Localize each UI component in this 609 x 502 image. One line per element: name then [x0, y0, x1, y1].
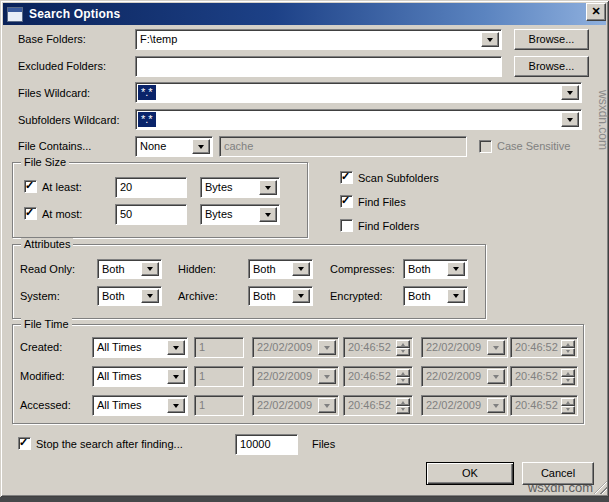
at-least-unit-combo[interactable]: Bytes	[200, 177, 280, 198]
hidden-dropdown-button[interactable]	[292, 262, 310, 276]
hidden-combo[interactable]: Both	[248, 259, 313, 279]
modified-date-to-dropdown-button	[487, 369, 505, 384]
created-time-from-spin-buttons	[396, 340, 410, 355]
modified-mode-combo[interactable]: All Times	[92, 366, 188, 387]
scan-subfolders-label: Scan Subfolders	[358, 172, 439, 184]
created-count-input: 1	[194, 337, 244, 358]
attributes-group-title: Attributes	[21, 238, 73, 250]
subfolders-wildcard-dropdown-button[interactable]	[561, 112, 579, 127]
accessed-mode-dropdown-button[interactable]	[167, 398, 185, 413]
accessed-date-to-dropdown-button	[487, 398, 505, 413]
accessed-mode-combo[interactable]: All Times	[92, 395, 188, 416]
chevron-down-icon	[298, 267, 304, 274]
watermark-text: wsxdn.com	[528, 480, 593, 495]
excluded-folders-label: Excluded Folders:	[18, 60, 106, 72]
accessed-label: Accessed:	[20, 399, 71, 411]
chevron-down-icon	[493, 346, 499, 353]
files-wildcard-value: *.*	[138, 85, 156, 100]
find-files-checkbox[interactable]	[340, 195, 353, 208]
chevron-down-icon	[265, 213, 271, 220]
at-most-unit-combo[interactable]: Bytes	[200, 204, 280, 225]
created-date-to-dropdown-button	[487, 340, 505, 355]
archive-label: Archive:	[178, 290, 218, 302]
stop-search-label: Stop the search after finding...	[36, 438, 183, 450]
archive-value: Both	[250, 288, 276, 302]
chevron-down-icon	[173, 375, 179, 382]
modified-date-to-value: 22/02/2009	[423, 368, 481, 382]
created-mode-dropdown-button[interactable]	[167, 340, 185, 355]
chevron-down-icon	[198, 145, 204, 152]
find-folders-checkbox[interactable]	[340, 219, 353, 232]
system-dropdown-button[interactable]	[141, 289, 159, 303]
at-least-unit-value: Bytes	[202, 179, 233, 193]
chevron-down-icon	[173, 404, 179, 411]
accessed-time-to-spinner: 20:46:52	[510, 395, 578, 416]
at-least-checkbox[interactable]	[24, 180, 37, 193]
title-bar[interactable]: Search Options	[3, 3, 606, 25]
file-contains-mode-combo[interactable]: None	[135, 136, 213, 157]
compresses-dropdown-button[interactable]	[447, 262, 465, 276]
screen: Search Options ✕ Base Folders: F:\temp B…	[0, 0, 609, 502]
compresses-value: Both	[405, 261, 431, 275]
excluded-folders-browse-button[interactable]: Browse...	[514, 56, 589, 77]
files-wildcard-combo[interactable]: *.*	[135, 82, 582, 103]
files-wildcard-dropdown-button[interactable]	[561, 85, 579, 100]
files-suffix-label: Files	[312, 438, 335, 450]
created-date-from-picker: 22/02/2009	[252, 337, 339, 358]
base-folders-combo[interactable]: F:\temp	[135, 29, 502, 50]
at-most-checkbox[interactable]	[24, 207, 37, 220]
created-mode-combo[interactable]: All Times	[92, 337, 188, 358]
chevron-down-icon	[147, 294, 153, 301]
subfolders-wildcard-combo[interactable]: *.*	[135, 109, 582, 130]
modified-time-to-value: 20:46:52	[512, 368, 558, 382]
at-most-value-input[interactable]: 50	[115, 204, 187, 225]
read-only-dropdown-button[interactable]	[141, 262, 159, 276]
spin-down-icon	[401, 408, 405, 413]
spin-up-icon	[566, 341, 570, 346]
created-time-from-spinner: 20:46:52	[343, 337, 413, 358]
at-least-unit-dropdown-button[interactable]	[259, 180, 277, 195]
created-time-from-value: 20:46:52	[345, 339, 391, 353]
spin-up-icon	[401, 370, 405, 375]
scan-subfolders-checkbox[interactable]	[340, 171, 353, 184]
stop-search-checkbox[interactable]	[18, 437, 31, 450]
encrypted-dropdown-button[interactable]	[447, 289, 465, 303]
base-folders-value: F:\temp	[137, 31, 177, 45]
excluded-folders-input[interactable]	[135, 56, 502, 77]
base-folders-dropdown-button[interactable]	[481, 32, 499, 47]
chevron-down-icon	[147, 267, 153, 274]
modified-date-to-picker: 22/02/2009	[421, 366, 508, 387]
modified-time-to-spinner: 20:46:52	[510, 366, 578, 387]
accessed-date-to-picker: 22/02/2009	[421, 395, 508, 416]
modified-time-to-spin-buttons	[561, 369, 575, 384]
accessed-time-from-spin-buttons	[396, 398, 410, 413]
search-options-dialog: Search Options ✕ Base Folders: F:\temp B…	[0, 0, 609, 497]
stop-search-count-input[interactable]: 10000	[235, 434, 298, 455]
attributes-group: Attributes	[12, 244, 486, 319]
system-combo[interactable]: Both	[97, 286, 162, 306]
modified-mode-dropdown-button[interactable]	[167, 369, 185, 384]
read-only-combo[interactable]: Both	[97, 259, 162, 279]
close-button[interactable]: ✕	[586, 3, 606, 21]
ok-button[interactable]: OK	[426, 462, 514, 485]
chevron-down-icon	[493, 404, 499, 411]
archive-dropdown-button[interactable]	[292, 289, 310, 303]
base-folders-browse-button[interactable]: Browse...	[514, 29, 589, 50]
at-most-label: At most:	[42, 208, 82, 220]
encrypted-label: Encrypted:	[330, 290, 383, 302]
at-most-unit-dropdown-button[interactable]	[259, 207, 277, 222]
read-only-value: Both	[99, 261, 125, 275]
chevron-down-icon	[265, 186, 271, 193]
at-least-value-input[interactable]: 20	[115, 177, 187, 198]
compresses-combo[interactable]: Both	[403, 259, 468, 279]
subfolders-wildcard-label: Subfolders Wildcard:	[18, 114, 120, 126]
spin-up-icon	[566, 370, 570, 375]
resize-grip[interactable]	[594, 481, 607, 494]
chevron-down-icon	[298, 294, 304, 301]
archive-combo[interactable]: Both	[248, 286, 313, 306]
file-contains-dropdown-button[interactable]	[192, 139, 210, 154]
at-most-unit-value: Bytes	[202, 206, 233, 220]
modified-date-from-dropdown-button	[318, 369, 336, 384]
modified-time-from-value: 20:46:52	[345, 368, 391, 382]
encrypted-combo[interactable]: Both	[403, 286, 468, 306]
